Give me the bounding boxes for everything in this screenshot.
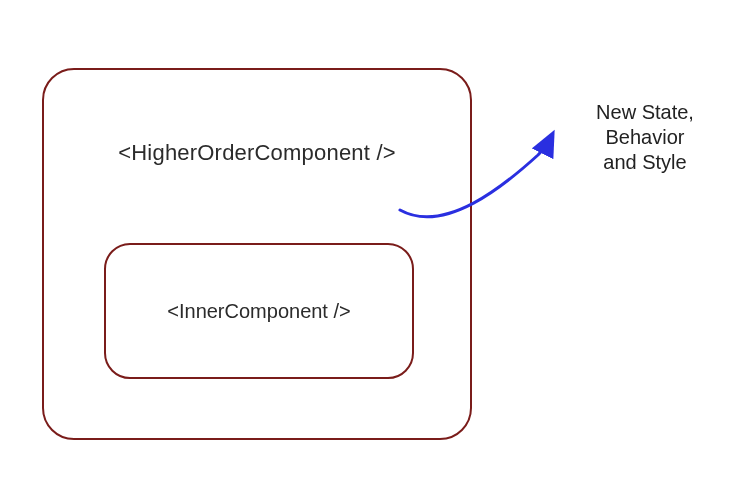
inner-component-label: <InnerComponent /> xyxy=(106,300,412,323)
annotation-line-1: New State, xyxy=(560,100,730,125)
inner-component-box: <InnerComponent /> xyxy=(104,243,414,379)
annotation-line-2: Behavior xyxy=(560,125,730,150)
annotation-line-3: and Style xyxy=(560,150,730,175)
higher-order-component-box: <HigherOrderComponent /> <InnerComponent… xyxy=(42,68,472,440)
annotation-text: New State, Behavior and Style xyxy=(560,100,730,175)
